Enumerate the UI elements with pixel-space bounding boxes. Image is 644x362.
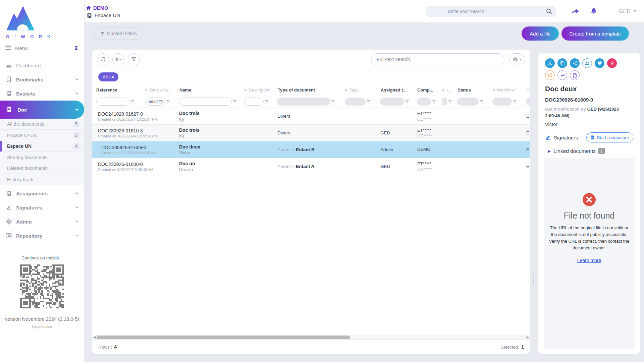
document-reference: DOC230926-01608-0 — [98, 162, 153, 167]
filter-date-input[interactable]: mm/d — [145, 98, 165, 106]
scope-chip-all[interactable]: All : 4 — [98, 72, 118, 81]
calendar-icon — [159, 100, 163, 104]
filter-reference-input[interactable] — [96, 98, 130, 106]
document-properties-button[interactable] — [570, 70, 580, 80]
fulltext-search-input[interactable] — [377, 57, 499, 62]
column-header-i[interactable]: ▶I... — [441, 87, 456, 93]
filter-workflow-select[interactable] — [492, 98, 512, 106]
learn-more-link[interactable]: Learn more — [577, 258, 601, 263]
filter-tags-select[interactable] — [345, 98, 366, 106]
filter-button[interactable] — [128, 53, 140, 65]
column-header-date-of-creation[interactable]: ▶Date of cr... — [144, 87, 178, 93]
notifications-bell-icon[interactable] — [589, 7, 598, 16]
scrollbar-track[interactable] — [97, 335, 526, 340]
delete-button[interactable] — [607, 58, 617, 68]
sidebar-item-history-track[interactable]: History track — [0, 174, 84, 185]
table-row[interactable]: DOC230926-01608-0 Created on 9/26/2023 3… — [92, 158, 530, 175]
add-file-button[interactable]: Add a file — [522, 26, 559, 41]
doc-submenu: All the documents 5 Espace DEUX 1 Espace… — [0, 119, 84, 185]
filter-y-select[interactable] — [526, 98, 530, 106]
sidebar-item-doc-active[interactable]: Doc — [0, 101, 84, 119]
funnel-icon[interactable]: ▽ — [131, 100, 134, 104]
home-icon — [86, 5, 91, 10]
column-header-company[interactable]: Comp... — [416, 87, 441, 93]
scroll-left-arrow[interactable]: ◀ — [92, 335, 97, 340]
filter-assigned-select[interactable] — [380, 98, 404, 106]
search-icon[interactable] — [546, 8, 552, 14]
filter-name-input[interactable] — [179, 98, 232, 106]
scroll-right-arrow[interactable]: ▶ — [526, 335, 530, 340]
sidebar-item-assignments[interactable]: Assignments — [0, 186, 84, 200]
filter-type-select[interactable] — [277, 98, 330, 106]
start-signature-button[interactable]: Start a signature — [586, 132, 633, 142]
sidebar-item-dashboard[interactable]: Dashboard — [0, 58, 84, 72]
sidebar-item-admin[interactable]: Admin — [0, 215, 84, 229]
funnel-icon[interactable]: ▽ — [432, 100, 435, 104]
scrollbar-thumb[interactable] — [97, 336, 350, 339]
sidebar-item-bookmarks[interactable]: Bookmarks — [0, 72, 84, 86]
document-reference: DOC230926-01610-3 — [98, 128, 158, 133]
return-button[interactable] — [557, 70, 567, 80]
column-header-description[interactable]: ▶Description — [243, 87, 276, 93]
funnel-icon[interactable]: ▽ — [480, 100, 483, 104]
sidebar-item-baskets[interactable]: Baskets — [0, 86, 84, 101]
funnel-icon[interactable]: ▽ — [166, 100, 169, 104]
open-external-button[interactable] — [545, 70, 555, 80]
copy-button[interactable] — [557, 58, 567, 68]
grid-settings-button[interactable] — [509, 53, 525, 65]
sidebar-item-all-documents[interactable]: All the documents 5 — [0, 119, 84, 130]
filter-i-select[interactable] — [442, 98, 447, 106]
filter-status-select[interactable] — [457, 98, 479, 106]
document-name-sub: Victor — [179, 150, 243, 155]
document-detail-panel: Doc deux DOC230926-01609-0 last modifica… — [538, 53, 640, 354]
panel-resize-handle[interactable] — [533, 274, 536, 285]
document-assigned: Admin — [379, 147, 416, 152]
funnel-icon[interactable]: ▽ — [448, 100, 451, 104]
refresh-button[interactable] — [97, 53, 109, 65]
funnel-icon[interactable]: ▽ — [233, 100, 236, 104]
funnel-icon[interactable]: ▽ — [331, 100, 334, 104]
linked-documents-toggle[interactable]: ▶ Linked documents 1 — [545, 148, 633, 154]
assign-users-button[interactable] — [582, 58, 592, 68]
column-header-reference[interactable]: Reference — [92, 87, 144, 93]
sidebar-item-deleted-documents[interactable]: Deleted documents — [0, 163, 84, 174]
filter-company-select[interactable] — [417, 98, 431, 106]
filter-description-input[interactable] — [244, 98, 264, 106]
sidebar-item-repository[interactable]: Repository — [0, 229, 84, 243]
column-header-y[interactable]: Y... — [525, 87, 530, 93]
legal-notice-link[interactable]: Legal notice — [0, 324, 84, 328]
column-header-tags[interactable]: ▶Tags — [344, 87, 379, 93]
download-button[interactable] — [545, 58, 555, 68]
sidebar-item-sharing-documents[interactable]: Sharing documents — [0, 152, 84, 163]
breadcrumb-root[interactable]: DEMO — [86, 5, 120, 11]
breadcrumb-page[interactable]: Espace UN — [87, 12, 120, 18]
funnel-icon[interactable]: ▽ — [367, 100, 370, 104]
sort-triangle-icon: ▶ — [442, 88, 445, 92]
share-button[interactable] — [570, 58, 580, 68]
table-row[interactable]: DOC241028-01627-0 Created on 10/28/2024 … — [92, 108, 530, 125]
column-header-type-of-document[interactable]: Type of document — [276, 87, 344, 93]
column-header-name[interactable]: Name — [178, 87, 243, 93]
global-search-input[interactable] — [447, 9, 546, 14]
funnel-icon[interactable]: ▽ — [265, 100, 268, 104]
sidebar-menu-toggle[interactable]: Menu — [0, 41, 84, 55]
sidebar-item-espace-deux[interactable]: Espace DEUX 1 — [0, 130, 84, 141]
create-from-template-button[interactable]: Create from a template — [561, 26, 629, 41]
funnel-icon[interactable]: ▽ — [513, 100, 516, 104]
sidebar-item-espace-un[interactable]: Espace UN 4 — [0, 141, 84, 152]
table-row-selected[interactable]: w DOC230926-01609-0 Created on 9/26/2023… — [92, 141, 530, 158]
favorite-button[interactable] — [595, 58, 604, 68]
chevron-down-icon — [75, 78, 79, 81]
custom-filters-button[interactable]: Custom filters — [94, 27, 143, 40]
assignments-label: Assignments — [16, 191, 75, 196]
account-menu[interactable]: GED — [619, 8, 637, 14]
column-header-status[interactable]: Status — [456, 87, 491, 93]
column-header-workflow[interactable]: ▶Workflow — [491, 87, 525, 93]
share-shortcut-icon[interactable] — [571, 7, 579, 16]
sidebar-item-signatures[interactable]: Signatures — [0, 200, 84, 215]
pin-icon[interactable] — [73, 45, 79, 51]
table-row[interactable]: DOC230926-01610-3 Created on 10/28/2024 … — [92, 125, 530, 141]
funnel-icon[interactable]: ▽ — [406, 100, 409, 104]
columns-button[interactable] — [112, 53, 124, 65]
column-header-assigned-to[interactable]: Assigned t... — [379, 87, 416, 93]
